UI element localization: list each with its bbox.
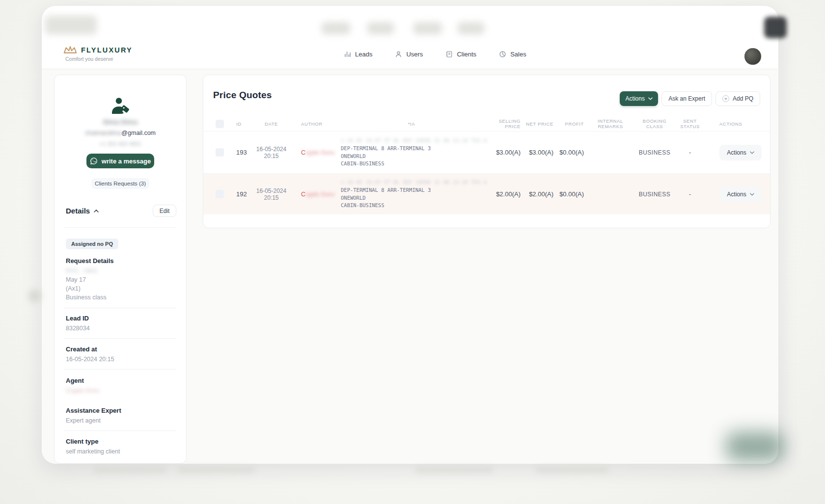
add-pq-label: Add PQ [733,95,753,102]
row-checkbox[interactable] [216,190,224,198]
row-actions-label: Actions [727,149,746,156]
leads-icon [344,51,351,58]
request-class: Business class [66,294,176,301]
price-quotes-table: ID DATE AUTHOR *IA SELLING PRICE NET PRI… [203,116,770,214]
nav-item-users[interactable]: Users [395,51,423,58]
assistance-expert-value: Expert agent [66,417,176,424]
request-route-redacted: NYC - HKG [66,267,176,274]
header-divider [42,69,778,69]
background-blob [322,22,350,34]
nav-item-label: Users [406,51,423,58]
users-icon [395,51,402,58]
client-name-redacted: Dima Dima [55,118,186,126]
write-message-button[interactable]: write a message [86,154,154,168]
nav-item-label: Sales [510,51,526,58]
col-sent-status: SENT STATUS [674,118,706,129]
background-blob [726,432,784,461]
ia-terminals: DEP-TERMINAL 8 ARR-TERMINAL 3 [341,145,486,153]
background-blob [415,467,494,473]
nav-item-label: Leads [355,51,372,58]
select-all-checkbox[interactable] [216,120,224,128]
background-blob [535,467,609,473]
col-actions: ACTIONS [706,121,770,127]
row-checkbox[interactable] [216,148,224,157]
cell-sent-status: - [674,191,706,198]
chevron-down-icon [750,151,754,154]
add-pq-button[interactable]: + Add PQ [715,91,760,106]
price-quotes-title: Price Quotes [213,90,272,101]
ia-alliance: ONEWORLD [341,194,486,202]
client-email-prefix-redacted: chaimandima [85,130,121,136]
row-actions-button[interactable]: Actions [719,145,762,160]
nav-item-label: Clients [457,51,476,58]
assistance-expert-label: Assistance Expert [66,407,176,414]
lead-id-label: Lead ID [66,315,176,322]
cell-sent-status: - [674,149,706,156]
screen: FLYLUXURY Comfort you deserve Leads User… [0,0,825,504]
ia-redacted-line: 1-16 05 16:07 ET BL RAY 10006 31 08 15:1… [341,137,486,145]
background-blob [413,22,442,34]
cell-ia: 1-16 05 16:07 ET BL RAY 10006 31 08 15:1… [337,137,486,168]
brand-logo: FLYLUXURY Comfort you deserve [63,45,133,62]
client-profile-panel: Dima Dima chaimandima@gmail.com +1 303 4… [54,75,187,464]
brand-name: FLYLUXURY [81,46,133,54]
ask-expert-button[interactable]: Ask an Expert [661,91,712,106]
bulk-actions-button[interactable]: Actions [620,91,658,106]
client-email: chaimandima@gmail.com [55,130,186,136]
col-author: AUTHOR [294,121,337,127]
col-booking-class: BOOKING CLASS [635,118,674,129]
ia-terminals: DEP-TERMINAL 8 ARR-TERMINAL 3 [341,186,486,194]
brand-tagline: Comfort you deserve [65,56,133,62]
nav-item-sales[interactable]: Sales [499,51,526,58]
divider [64,338,176,339]
client-type-label: Client type [66,438,176,445]
cell-date: 16-05-2024 20:15 [248,187,294,201]
col-ia: *IA [337,121,486,127]
cell-id: 193 [224,149,248,156]
clients-requests-button[interactable]: Clients Requests (3) [91,178,149,189]
table-header-row: ID DATE AUTHOR *IA SELLING PRICE NET PRI… [203,116,770,131]
divider [64,308,176,308]
agent-label: Agent [66,377,176,384]
nav-item-clients[interactable]: Clients [445,51,476,58]
cell-booking-class: BUSINESS [635,149,674,156]
background-blob [28,290,41,302]
table-row[interactable]: 193 16-05-2024 20:15 Crypto Guru 1-16 05… [203,131,770,173]
background-blob [177,467,255,473]
request-pax: (Ax1) [66,285,176,292]
details-section-toggle[interactable]: Details [66,207,99,215]
chevron-down-icon [648,97,653,100]
table-row[interactable]: 192 16-05-2024 20:15 Crypto Guru 1-16 05… [203,173,770,214]
price-quotes-panel: Price Quotes Actions Ask an Expert + Add… [203,75,770,228]
row-actions-label: Actions [727,191,746,198]
user-avatar[interactable] [744,48,761,65]
background-blob [93,467,167,473]
author-initial: C [301,191,305,198]
ia-alliance: ONEWORLD [341,153,486,160]
whatsapp-icon [90,157,98,165]
cell-author: Crypto Guru [294,191,337,198]
cell-ia: 1-16 05 16:07 ET BL RAY 10006 31 08 15:1… [337,179,486,210]
cell-date: 16-05-2024 20:15 [248,146,294,159]
chevron-up-icon [94,210,99,212]
cell-selling-price: $2.00(A) [486,190,522,198]
row-actions-button[interactable]: Actions [719,186,762,202]
author-redacted: rypto Guru [305,191,334,198]
cell-author: Crypto Guru [294,149,337,156]
ia-cabin: CABIN-BUSINESS [341,202,486,210]
nav-item-leads[interactable]: Leads [344,51,372,58]
cell-net-price: $2.00(A) [522,190,555,198]
agent-value-redacted: Crypto Guru [66,387,176,394]
cell-id: 192 [224,190,248,198]
col-selling-price: SELLING PRICE [486,118,522,129]
background-blob [45,16,97,34]
edit-details-button[interactable]: Edit [153,205,176,217]
client-type-value: self marketing client [66,448,176,455]
author-initial: C [301,149,305,156]
avatar-image [744,48,761,65]
ia-cabin: CABIN-BUSINESS [341,160,486,168]
assigned-pq-badge: Assigned no PQ [66,239,118,249]
background-blob [367,22,394,34]
cell-selling-price: $3.00(A) [486,149,522,156]
sales-icon [499,51,506,58]
